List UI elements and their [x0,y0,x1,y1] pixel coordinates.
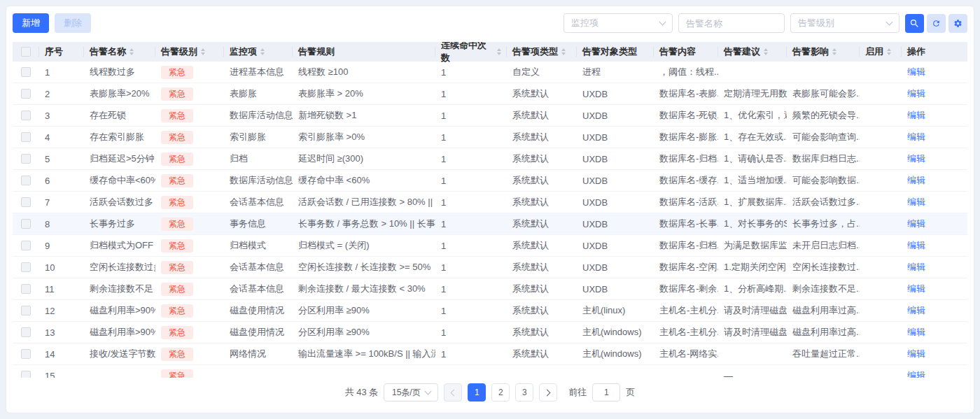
row-checkbox[interactable] [21,219,31,229]
row-checkbox[interactable] [21,89,31,99]
cell-select [13,327,39,337]
settings-button[interactable] [948,14,967,33]
edit-link[interactable]: 编辑 [907,132,925,142]
add-button[interactable]: 新增 [13,13,49,33]
table-row[interactable]: 1线程数过多紧急进程基本信息线程数 ≥1001自定义进程，阈值：线程...编辑 [13,62,967,83]
edit-link[interactable]: 编辑 [907,327,925,337]
row-checkbox[interactable] [21,349,31,359]
level-badge: 紧急 [161,218,193,231]
table-row[interactable]: 15紧急—编辑 [13,365,967,378]
table-header-cell-hits[interactable]: 连续命中次数 [435,42,507,62]
edit-link[interactable]: 编辑 [907,305,925,315]
cell-impact: 磁盘利用率过高... [787,304,860,317]
cell-hits: 1 [435,176,507,186]
table-header-cell-monitor[interactable]: 监控项 [224,42,293,62]
row-checkbox[interactable] [21,371,31,378]
sort-caret-icon[interactable] [201,48,205,55]
row-checkbox[interactable] [21,284,31,294]
row-checkbox[interactable] [21,154,31,164]
refresh-button[interactable] [927,14,946,33]
table-row[interactable]: 2表膨胀率>20%紧急表膨胀表膨胀率 > 20%1系统默认UXDB数据库名-表膨… [13,83,967,105]
sort-caret-icon[interactable] [497,48,501,55]
edit-link[interactable]: 编辑 [907,370,925,378]
table-row[interactable]: 12磁盘利用率>90%紧急磁盘使用情况分区利用率 ≥90%1系统默认主机(lin… [13,300,967,322]
cell-select [13,154,39,164]
edit-link[interactable]: 编辑 [907,153,925,164]
cell-suggestion: 1、请确认是否... [718,152,787,165]
table-row[interactable]: 5归档延迟>5分钟紧急归档延迟时间 ≥(300)1系统默认UXDB数据库名-归档… [13,148,967,170]
monitor-item-select[interactable]: 监控项 [564,13,673,33]
table-row[interactable]: 3存在死锁紧急数据库活动信息新增死锁数 >11系统默认UXDB数据库名-死锁..… [13,105,967,127]
table-header-cell-suggestion[interactable]: 告警建议 [718,42,787,62]
row-checkbox[interactable] [21,176,31,185]
alert-level-select[interactable]: 告警级别 [790,13,899,33]
cell-select [13,132,39,142]
cell-level: 紧急 [155,261,224,274]
page-button-3[interactable]: 3 [515,383,533,402]
edit-link[interactable]: 编辑 [907,110,925,120]
cell-obj-type: 主机(windows) [577,348,654,360]
row-checkbox[interactable] [21,67,31,77]
goto-page-input[interactable] [592,383,620,402]
delete-button[interactable]: 删除 [55,13,91,33]
header-label-impact: 告警影响 [792,45,829,58]
table-row[interactable]: 13磁盘利用率>90%紧急磁盘使用情况分区利用率 ≥90%1系统默认主机(win… [13,322,967,343]
page-button-1[interactable]: 1 [468,383,486,402]
cell-name: 归档延迟>5分钟 [84,152,155,165]
sort-caret-icon[interactable] [887,48,891,55]
edit-link[interactable]: 编辑 [907,283,925,294]
cell-obj-type: UXDB [577,154,654,164]
table-header-cell-level[interactable]: 告警级别 [155,42,224,62]
alert-name-input[interactable] [678,13,785,33]
edit-link[interactable]: 编辑 [907,66,925,77]
row-checkbox[interactable] [21,241,31,250]
table-row[interactable]: 6缓存命中率<60%紧急数据库活动信息缓存命中率 <60%1系统默认UXDB数据… [13,170,967,192]
cell-hits: 1 [435,111,507,121]
page-size-select[interactable]: 15条/页 [384,383,438,402]
edit-link[interactable]: 编辑 [907,88,925,99]
table-row[interactable]: 7活跃会话数过多紧急会话基本信息活跃会话数 / 已用连接数 > 80% || 活… [13,192,967,213]
table-header-cell-action: 操作 [902,42,967,62]
next-page-button[interactable] [539,383,557,402]
row-checkbox[interactable] [21,327,31,337]
alerts-table: 序号告警名称告警级别监控项告警规则连续命中次数告警项类型告警对象类型告警内容告警… [13,42,967,378]
row-checkbox[interactable] [21,111,31,120]
sort-caret-icon[interactable] [130,48,134,55]
table-row[interactable]: 11剩余连接数不足紧急会话基本信息剩余连接数 / 最大连接数 < 30%1系统默… [13,278,967,300]
cell-content: 数据库名-死锁... [654,109,718,122]
row-checkbox[interactable] [21,197,31,207]
edit-link[interactable]: 编辑 [907,240,925,250]
table-header-cell-name[interactable]: 告警名称 [84,42,155,62]
table-header-cell-impact[interactable]: 告警影响 [787,42,860,62]
cell-monitor: 进程基本信息 [224,66,293,78]
sort-caret-icon[interactable] [764,48,768,55]
cell-monitor: 表膨胀 [224,87,293,100]
table-row[interactable]: 10空闲长连接数过多紧急会话基本信息空闲长连接数 / 长连接数 >= 50%1系… [13,257,967,278]
table-row[interactable]: 4存在索引膨胀紧急索引膨胀索引膨胀率 >0%1系统默认UXDB数据库名-膨胀..… [13,127,967,148]
cell-action: 编辑 [902,283,967,295]
edit-link[interactable]: 编辑 [907,218,925,229]
table-header-cell-enabled[interactable]: 启用 [860,42,902,62]
level-badge: 紧急 [161,304,193,318]
sort-caret-icon[interactable] [832,48,836,55]
table-row[interactable]: 9归档模式为OFF紧急归档模式归档模式 = (关闭)1系统默认UXDB数据库名-… [13,235,967,257]
search-button[interactable] [905,14,924,33]
sort-caret-icon[interactable] [561,48,566,55]
table-row[interactable]: 8长事务过多紧急事务信息长事务数 / 事务总数 > 10% || 长事务...1… [13,213,967,235]
edit-link[interactable]: 编辑 [907,262,925,272]
prev-page-button[interactable] [444,383,462,402]
edit-link[interactable]: 编辑 [907,197,925,207]
row-checkbox[interactable] [21,306,31,315]
chevron-right-icon [544,389,551,396]
edit-link[interactable]: 编辑 [907,348,925,359]
edit-link[interactable]: 编辑 [907,175,925,185]
page-button-2[interactable]: 2 [491,383,510,402]
row-checkbox[interactable] [21,262,31,272]
cell-impact: 数据库归档日志... [787,152,860,165]
table-row[interactable]: 14接收/发送字节数...紧急网络情况输出流量速率 >= 100kB/S || … [13,343,967,365]
table-header-cell-item_type[interactable]: 告警项类型 [507,42,577,62]
row-checkbox[interactable] [21,132,31,142]
select-all-checkbox[interactable] [21,47,31,57]
sort-caret-icon[interactable] [260,48,265,55]
cell-index: 7 [39,197,84,208]
